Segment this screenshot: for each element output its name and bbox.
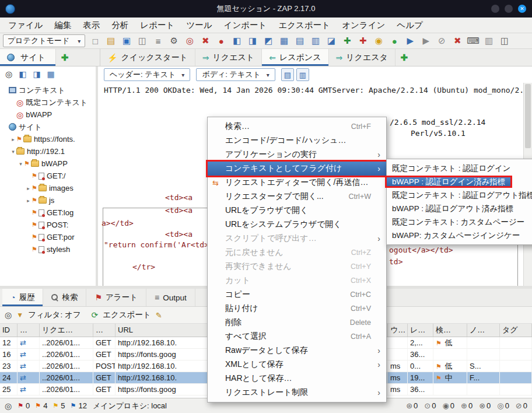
drop-message-icon[interactable]: ⊘ bbox=[435, 34, 448, 47]
scope-target-icon[interactable]: ◎ bbox=[183, 34, 196, 47]
split-view-button[interactable]: ▥ bbox=[296, 68, 309, 81]
menu-select-all[interactable]: すべて選択Ctrl+A bbox=[208, 330, 386, 344]
layout-top-icon[interactable]: ◩ bbox=[262, 34, 275, 47]
menu-invoke-with-script[interactable]: スクリプトで呼び出す…› bbox=[208, 232, 386, 246]
open-session-icon[interactable]: ▤ bbox=[104, 34, 117, 47]
export-label[interactable]: エクスポート bbox=[103, 310, 151, 320]
menubar-item[interactable]: 編集 bbox=[48, 18, 77, 33]
layout-bottom-icon[interactable]: ◪ bbox=[325, 34, 338, 47]
menu-flag-as-context[interactable]: コンテキストとしてフラグ付け› bbox=[208, 162, 386, 176]
flag-bwapp-custom-page[interactable]: bWAPP: カスタムページインジケー bbox=[387, 231, 525, 240]
menu-save-raw[interactable]: Rawデータとして保存› bbox=[208, 344, 386, 358]
scope-target-icon[interactable]: ◎ bbox=[5, 310, 12, 320]
tree-leaf-get-log[interactable]: ⚑GET:log bbox=[0, 206, 96, 219]
column-header[interactable]: レ… bbox=[408, 324, 433, 337]
next-break-icon[interactable]: ▶ bbox=[419, 34, 432, 47]
tree-context-bwapp[interactable]: ◎bWAPP bbox=[0, 108, 96, 121]
tree-sites[interactable]: サイト bbox=[0, 121, 96, 133]
import-context-icon[interactable]: ◧ bbox=[18, 69, 28, 79]
menu-open-resend-editor[interactable]: ⇆リクエストエディターで開く/再送信… bbox=[208, 176, 386, 190]
menubar-item[interactable]: 分析 bbox=[106, 18, 134, 33]
flag-default-auth-login[interactable]: 既定コンテキスト : 認証ログイン bbox=[387, 164, 516, 173]
tree-default-context[interactable]: ◎既定コンテキスト bbox=[0, 96, 96, 108]
step-icon[interactable]: ▶ bbox=[404, 34, 416, 47]
column-header[interactable]: … bbox=[18, 324, 40, 337]
menu-save-xml[interactable]: XMLとして保存› bbox=[208, 358, 386, 372]
break-add-icon[interactable]: ✚ bbox=[341, 34, 354, 47]
menubar-item[interactable]: ヘルプ bbox=[391, 18, 429, 33]
tree-site-fonts[interactable]: ▸⚑https://fonts. bbox=[0, 133, 96, 145]
filter-funnel-icon[interactable]: ▼ bbox=[16, 311, 23, 319]
alerts-medium[interactable]: ⚑4 bbox=[35, 401, 47, 410]
maximize-button[interactable] bbox=[505, 5, 513, 13]
export-icon[interactable]: ⟳ bbox=[92, 310, 99, 320]
tree-leaf-get-por[interactable]: ⚑GET:por bbox=[0, 231, 96, 243]
tree-leaf-stylesh[interactable]: ⚑stylesh bbox=[0, 243, 96, 256]
flag-default-custom-page[interactable]: 既定コンテキスト: カスタムページー bbox=[387, 218, 530, 226]
column-header[interactable]: 検… bbox=[433, 324, 467, 337]
scope-target-icon[interactable]: ◎ bbox=[4, 69, 14, 79]
combined-view-button[interactable]: ▤ bbox=[281, 68, 294, 81]
minimize-button[interactable] bbox=[491, 5, 499, 13]
flag-default-auth-logout[interactable]: 既定コンテキスト : 認証ログアウト指標 bbox=[387, 191, 532, 200]
pen-icon[interactable]: ✎ bbox=[156, 311, 162, 320]
chevron-icon[interactable]: ▸ bbox=[25, 186, 32, 191]
close-button[interactable] bbox=[518, 5, 526, 13]
mode-select[interactable]: プロテクトモード ▾ bbox=[3, 34, 85, 47]
menu-open-in-requester[interactable]: リクエスタータブで開く...Ctrl+W bbox=[208, 190, 386, 204]
menubar-item[interactable]: ツール bbox=[180, 18, 218, 33]
keyboard-icon[interactable]: ⌨ bbox=[467, 34, 480, 47]
column-header[interactable]: ノ… bbox=[467, 324, 500, 337]
menu-copy[interactable]: コピーCtrl+C bbox=[208, 288, 386, 302]
session-properties-icon[interactable]: ≡ bbox=[152, 34, 164, 47]
tab-search[interactable]: 検索 bbox=[43, 289, 86, 306]
tab-requester[interactable]: ⇒リクエスタ bbox=[329, 49, 396, 66]
tree-contexts[interactable]: コンテキスト bbox=[0, 84, 96, 96]
layout-grid-icon[interactable]: ▦ bbox=[278, 34, 290, 47]
persist-session-icon[interactable]: ▣ bbox=[120, 34, 133, 47]
flag-bwapp-auth-logout[interactable]: bWAPP : 認証ログアウト済み指標 bbox=[387, 204, 519, 213]
scrollbar-thumb[interactable] bbox=[525, 84, 531, 148]
tab-sites[interactable]: サイト bbox=[0, 49, 56, 66]
tree-leaf-get-root[interactable]: ⚑GET:/ bbox=[0, 170, 96, 182]
header-view-select[interactable]: ヘッダー: テキスト ▾ bbox=[104, 68, 190, 81]
menu-invoke-application[interactable]: アプリケーションの実行› bbox=[208, 148, 386, 162]
tabs-show-icon[interactable]: ▤ bbox=[293, 34, 306, 47]
tab-history[interactable]: ◔履歴 bbox=[2, 289, 43, 306]
menu-save-har[interactable]: HARとして保存… bbox=[208, 372, 386, 386]
hud-icon[interactable]: ◉ bbox=[372, 34, 385, 47]
column-header[interactable]: … bbox=[93, 324, 116, 337]
menubar-item[interactable]: レポート bbox=[134, 18, 180, 33]
menu-request-rate-limit[interactable]: リクエストレート制限› bbox=[208, 386, 386, 400]
body-view-select[interactable]: ボディ: テキスト ▾ bbox=[196, 68, 275, 81]
alerts-info[interactable]: ⚑12 bbox=[71, 401, 87, 410]
tree-folder-images[interactable]: ▸⚑images bbox=[0, 182, 96, 194]
new-context-icon[interactable]: ▦ bbox=[46, 69, 56, 79]
menubar-item[interactable]: エクスポート bbox=[272, 18, 336, 33]
chevron-icon[interactable]: ▸ bbox=[10, 136, 16, 142]
layout-left-icon[interactable]: ◧ bbox=[230, 34, 243, 47]
column-header[interactable]: リクエ… bbox=[40, 324, 93, 337]
menu-redo[interactable]: 再実行できませんCtrl+Y bbox=[208, 260, 386, 274]
break-remove-icon[interactable]: ✚ bbox=[356, 34, 369, 47]
chevron-icon[interactable]: ▾ bbox=[10, 149, 16, 155]
tree-leaf-post[interactable]: ⚑POST: bbox=[0, 219, 96, 231]
scan-queue-icon[interactable]: ▥ bbox=[482, 34, 495, 47]
export-context-icon[interactable]: ◨ bbox=[32, 69, 42, 79]
menu-paste[interactable]: 貼り付けCtrl+V bbox=[208, 302, 386, 316]
options-gear-icon[interactable]: ⚙ bbox=[167, 34, 180, 47]
record-icon[interactable]: ● bbox=[215, 34, 228, 47]
chevron-icon[interactable]: ▸ bbox=[25, 198, 32, 204]
menu-delete[interactable]: 削除Delete bbox=[208, 316, 386, 330]
tab-quick-start[interactable]: ⚡クイックスタート bbox=[100, 49, 195, 66]
menubar-item[interactable]: 表示 bbox=[77, 18, 106, 33]
tabs-hide-icon[interactable]: ▥ bbox=[309, 34, 322, 47]
panel-splitter[interactable] bbox=[74, 49, 100, 66]
column-header[interactable]: ID bbox=[0, 324, 18, 337]
tab-output[interactable]: ≡Output bbox=[146, 289, 195, 306]
tab-request[interactable]: ⇒リクエスト bbox=[195, 49, 262, 66]
menu-open-url-in-system-browser[interactable]: URLをシステムブラウザで開く bbox=[208, 218, 386, 232]
tree-site-192[interactable]: ▾http://192.1 bbox=[0, 145, 96, 158]
menu-encode-decode-hash[interactable]: エンコード/デコード/ハッシュ… bbox=[208, 134, 386, 148]
tree-node-bwapp[interactable]: ▾⚑bWAPP bbox=[0, 158, 96, 170]
